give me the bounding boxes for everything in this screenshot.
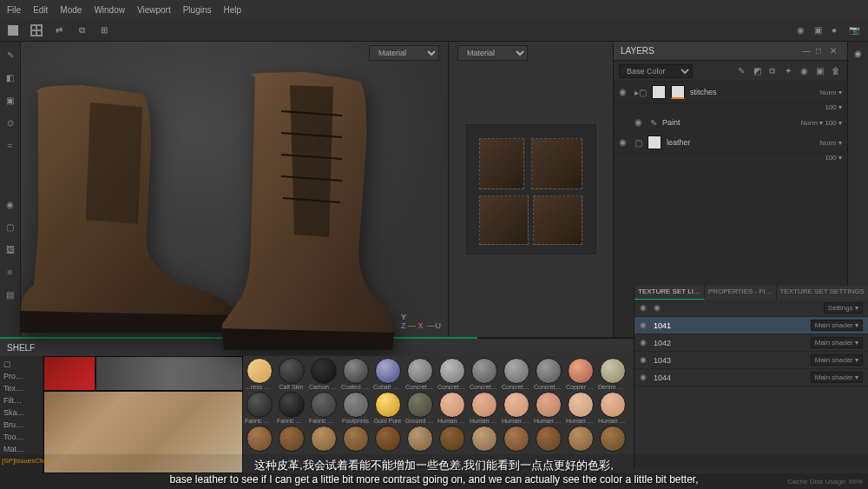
material-ball[interactable] xyxy=(405,426,434,452)
material-ball[interactable]: Concrete Cl… xyxy=(437,358,466,390)
material-ball[interactable]: Fabric Soft… xyxy=(309,392,338,424)
material-ball[interactable] xyxy=(598,426,627,452)
texture-set-row[interactable]: ◉1042Main shader ▾ xyxy=(635,334,868,352)
visibility-icon[interactable]: ◉ xyxy=(635,117,645,128)
texture-set-row[interactable]: ◉1044Main shader ▾ xyxy=(635,369,868,387)
folder-icon[interactable]: ▣ xyxy=(816,66,826,76)
material-ball[interactable]: Concrete S… xyxy=(534,358,562,390)
menu-edit[interactable]: Edit xyxy=(33,5,48,15)
material-ball[interactable]: Fabric Rou… xyxy=(245,392,273,424)
mirror-icon[interactable]: ⧉ xyxy=(75,23,89,37)
material-ball[interactable]: …ress Pure xyxy=(245,358,273,390)
shader-select[interactable]: Main shader ▾ xyxy=(811,320,863,331)
effects-icon[interactable]: ✦ xyxy=(785,66,795,76)
layout-grid-icon[interactable] xyxy=(30,23,43,37)
material-ball[interactable] xyxy=(373,426,402,452)
texture-set-row[interactable]: ◉1043Main shader ▾ xyxy=(635,352,868,369)
material-ball[interactable]: Concrete B… xyxy=(405,358,434,390)
mask-icon[interactable]: ◩ xyxy=(753,66,764,76)
layer-row[interactable]: ◉ ▢ leather Norm ▾ xyxy=(614,132,847,154)
layer-mask-thumb[interactable] xyxy=(652,85,666,99)
camera-icon[interactable]: ◉ xyxy=(797,25,809,35)
material-ball[interactable]: Human Bas… xyxy=(502,392,530,424)
material-ball[interactable] xyxy=(245,426,273,452)
render-icon[interactable]: ● xyxy=(832,25,844,35)
menu-mode[interactable]: Mode xyxy=(60,5,82,15)
material-select-2d[interactable]: Material xyxy=(457,45,528,61)
tab-texture-set-list[interactable]: TEXTURE SET LI… xyxy=(635,286,705,300)
shader-select[interactable]: Main shader ▾ xyxy=(811,354,863,366)
menu-file[interactable]: File xyxy=(7,5,21,15)
shader-select[interactable]: Main shader ▾ xyxy=(811,372,863,383)
material-select-3d[interactable]: Material xyxy=(369,45,439,61)
blend-mode[interactable]: Norm ▾ xyxy=(819,139,842,147)
visibility-icon[interactable]: ◉ xyxy=(640,373,650,383)
material-ball[interactable] xyxy=(341,426,370,452)
add-layer-icon[interactable]: ◉ xyxy=(800,66,811,76)
material-ball[interactable]: Copper Pure xyxy=(566,358,595,390)
ref-image[interactable] xyxy=(95,356,243,391)
add-icon[interactable]: ⊞ xyxy=(97,23,111,37)
material-ball[interactable]: Ground Gra… xyxy=(405,392,434,424)
visibility-icon[interactable]: ◉ xyxy=(619,137,629,148)
brush-tool-icon[interactable]: ✎ xyxy=(4,49,16,61)
visibility-icon[interactable]: ◉ xyxy=(640,303,650,314)
opacity-value[interactable]: 100 ▾ xyxy=(825,103,842,111)
3d-viewport[interactable]: Material Y Z — X —U xyxy=(21,42,448,337)
shader-select[interactable]: Main shader ▾ xyxy=(811,337,863,348)
channel-select[interactable]: Base Color xyxy=(619,64,693,78)
material-ball[interactable] xyxy=(309,426,338,452)
menu-viewport[interactable]: Viewport xyxy=(137,5,171,15)
issues-checker[interactable]: [SP]IssuesChec… xyxy=(2,457,58,465)
material-ball[interactable]: Concrete D… xyxy=(470,358,498,390)
layer-row[interactable]: ◉ ▸▢ stitches Norm ▾ xyxy=(614,82,847,103)
material-ball[interactable]: Calf Skin xyxy=(277,358,306,390)
opacity-value[interactable]: 100 ▾ xyxy=(825,154,842,162)
visibility-icon[interactable]: ◉ xyxy=(640,320,650,331)
material-ball[interactable]: Human Fac… xyxy=(598,392,627,424)
blend-mode[interactable]: Norm ▾ 100 ▾ xyxy=(800,119,842,127)
tab-texture-set-settings[interactable]: TEXTURE SET SETTINGS xyxy=(777,286,868,300)
material-ball[interactable] xyxy=(437,426,466,452)
edit-icon[interactable]: ✎ xyxy=(738,66,748,76)
material-ball[interactable]: Concrete Si… xyxy=(502,358,530,390)
delete-icon[interactable]: 🗑 xyxy=(832,66,842,76)
persp-icon[interactable]: ▣ xyxy=(814,25,826,35)
material-ball[interactable]: Human Bas… xyxy=(470,392,498,424)
material-ball[interactable]: Fabric Soft… xyxy=(277,392,306,424)
material-ball[interactable]: Human Eye… xyxy=(566,392,595,424)
pin-icon[interactable]: ◉ xyxy=(854,49,862,58)
material-ball[interactable]: Cobalt Pure xyxy=(373,358,402,390)
menu-window[interactable]: Window xyxy=(94,5,125,15)
material-ball[interactable]: Human Bas… xyxy=(437,392,466,424)
material-ball[interactable] xyxy=(534,426,562,452)
material-ball[interactable]: Gold Pure xyxy=(373,392,402,424)
layer-thumb[interactable] xyxy=(648,135,661,149)
material-ball[interactable] xyxy=(502,426,530,452)
visibility-icon[interactable]: ◉ xyxy=(640,355,650,366)
blend-mode[interactable]: Norm ▾ xyxy=(819,89,842,96)
tab-properties[interactable]: PROPERTIES - FI… xyxy=(705,286,777,300)
layer-row[interactable]: ◉ ✎ Paint Norm ▾ 100 ▾ xyxy=(614,114,847,132)
solo-icon[interactable]: ◉ xyxy=(654,303,664,314)
material-ball[interactable]: Coated Metal xyxy=(341,358,370,390)
arrows-icon[interactable]: ⇄ xyxy=(52,23,66,37)
2d-viewport[interactable]: Material xyxy=(448,42,613,337)
layout-single-icon[interactable] xyxy=(7,23,21,37)
material-ball[interactable]: Human Bas… xyxy=(534,392,562,424)
close-icon[interactable]: ✕ xyxy=(830,46,840,56)
layer-thumb[interactable] xyxy=(671,85,685,99)
ref-image[interactable] xyxy=(43,356,95,391)
snapshot-icon[interactable]: 📷 xyxy=(849,25,861,35)
link-icon[interactable]: ⧉ xyxy=(769,66,779,76)
material-ball[interactable]: Denim Rivet xyxy=(598,358,627,390)
visibility-icon[interactable]: ◉ xyxy=(640,338,650,348)
material-ball[interactable]: Carbon Fiber xyxy=(309,358,338,390)
menu-plugins[interactable]: Plugins xyxy=(183,5,212,15)
material-ball[interactable] xyxy=(470,426,498,452)
maximize-icon[interactable]: □ xyxy=(816,46,826,56)
material-ball[interactable]: Footprints xyxy=(341,392,370,424)
menu-help[interactable]: Help xyxy=(224,5,242,15)
minimize-icon[interactable]: — xyxy=(802,46,812,56)
visibility-icon[interactable]: ◉ xyxy=(619,87,629,97)
